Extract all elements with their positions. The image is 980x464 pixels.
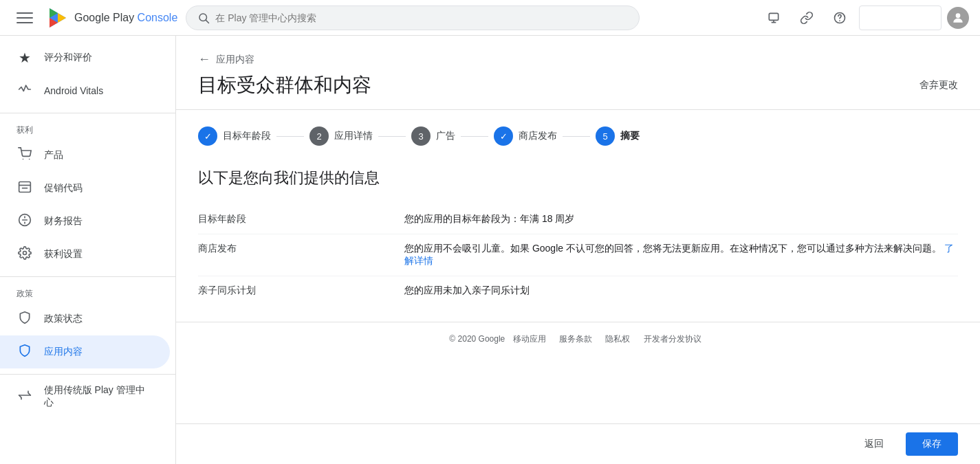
search-icon	[197, 12, 210, 24]
step-summary: 5 摘要	[596, 126, 640, 146]
step-circle-3: 3	[411, 126, 431, 146]
help-icon	[833, 11, 847, 25]
legacy-icon	[17, 388, 33, 406]
row-value-0: 您的应用的目标年龄段为：年满 18 周岁	[404, 205, 958, 234]
main-layout: ★ 评分和评价 Android Vitals 获利 产品 促销代码	[0, 36, 980, 464]
row-label-2: 亲子同乐计划	[198, 276, 404, 306]
svg-point-18	[23, 251, 27, 254]
svg-marker-3	[58, 13, 66, 23]
help-button[interactable]	[826, 4, 853, 32]
footer-link-mobile[interactable]: 移动应用	[513, 334, 546, 344]
step-label-2: 应用详情	[334, 130, 373, 142]
sidebar-item-promo-codes[interactable]: 促销代码	[0, 172, 170, 205]
vitals-icon	[17, 82, 33, 100]
step-circle-5: 5	[596, 126, 615, 146]
sidebar-item-app-content[interactable]: 应用内容	[0, 335, 170, 368]
step-connector-2	[378, 136, 406, 137]
sidebar-item-policy-status[interactable]: 政策状态	[0, 302, 170, 335]
logo-text: Google Play Console	[74, 12, 177, 24]
sidebar-item-earn-settings[interactable]: 获利设置	[0, 238, 170, 271]
header-app-input[interactable]	[865, 12, 935, 23]
row-label-1: 商店发布	[198, 234, 404, 276]
sidebar-divider-3	[0, 374, 175, 375]
row-label-0: 目标年龄段	[198, 205, 404, 234]
sidebar-item-products[interactable]: 产品	[0, 139, 170, 172]
financial-icon	[17, 213, 33, 230]
avatar[interactable]	[947, 7, 969, 29]
sidebar-divider-2	[0, 276, 175, 277]
row-value-2: 您的应用未加入亲子同乐计划	[404, 276, 958, 306]
step-target-age: ✓ 目标年龄段	[198, 126, 271, 146]
step-label-4: 商店发布	[519, 130, 557, 142]
svg-point-13	[29, 158, 30, 159]
step-circle-2: 2	[309, 126, 329, 146]
page-header: ← 应用内容 目标受众群体和内容 舍弃更改	[176, 36, 980, 110]
play-logo-icon	[47, 7, 69, 29]
breadcrumb-label: 应用内容	[216, 54, 254, 66]
link-icon	[800, 11, 814, 25]
notification-button[interactable]	[760, 4, 787, 32]
page-header-wrap: ← 应用内容 目标受众群体和内容 舍弃更改	[176, 36, 980, 110]
page-body: ✓ 目标年龄段 2 应用详情 3 广告	[176, 110, 980, 322]
sidebar-legacy-label: 使用传统版 Play 管理中心	[44, 384, 153, 409]
store-release-text: 您的应用不会吸引儿童。如果 Google 不认可您的回答，您将无法更新应用。在这…	[404, 243, 941, 254]
content-area: ← 应用内容 目标受众群体和内容 舍弃更改 ✓ 目标年龄段	[176, 36, 980, 464]
svg-point-12	[23, 158, 24, 159]
table-row: 商店发布 您的应用不会吸引儿童。如果 Google 不认可您的回答，您将无法更新…	[198, 234, 958, 276]
stepper: ✓ 目标年龄段 2 应用详情 3 广告	[198, 126, 958, 146]
link-button[interactable]	[793, 4, 820, 32]
header-icons	[760, 4, 969, 32]
sidebar-item-legacy[interactable]: 使用传统版 Play 管理中心	[0, 380, 170, 413]
search-input[interactable]	[215, 12, 628, 23]
hamburger-icon	[17, 10, 33, 26]
products-icon	[17, 147, 33, 164]
table-row: 目标年龄段 您的应用的目标年龄段为：年满 18 周岁	[198, 205, 958, 234]
bottom-bar: 返回 保存	[176, 423, 980, 464]
sidebar-section-earn: 获利	[0, 119, 175, 139]
sidebar-financial-label: 财务报告	[44, 215, 83, 228]
row-value-1: 您的应用不会吸引儿童。如果 Google 不认可您的回答，您将无法更新应用。在这…	[404, 234, 958, 276]
svg-line-5	[206, 20, 209, 23]
step-ads: 3 广告	[411, 126, 455, 146]
svg-point-11	[956, 13, 961, 18]
content-scroll: ← 应用内容 目标受众群体和内容 舍弃更改 ✓ 目标年龄段	[176, 36, 980, 423]
sidebar-item-label: 评分和评价	[44, 52, 92, 64]
menu-button[interactable]	[11, 4, 39, 32]
save-button[interactable]: 保存	[906, 432, 958, 456]
page-title: 目标受众群体和内容	[198, 72, 371, 98]
step-label-5: 摘要	[620, 130, 640, 142]
step-connector-1	[276, 136, 304, 137]
footer-link-terms[interactable]: 服务条款	[559, 334, 592, 344]
promo-icon	[17, 180, 33, 197]
earn-settings-icon	[17, 246, 33, 263]
header-search-input-wrap	[859, 5, 941, 30]
policy-icon	[17, 311, 33, 328]
footer-link-developer[interactable]: 开发者分发协议	[644, 334, 701, 344]
step-label-3: 广告	[436, 130, 455, 142]
svg-point-10	[839, 20, 840, 21]
step-connector-4	[563, 136, 590, 137]
step-app-details: 2 应用详情	[309, 126, 373, 146]
step-store-release: ✓ 商店发布	[494, 126, 557, 146]
sidebar: ★ 评分和评价 Android Vitals 获利 产品 促销代码	[0, 36, 176, 464]
footer-copyright: © 2020 Google	[449, 334, 505, 344]
sidebar-app-content-label: 应用内容	[44, 346, 83, 358]
breadcrumb[interactable]: ← 应用内容	[198, 52, 958, 67]
back-button[interactable]: 返回	[853, 432, 895, 456]
footer-link-privacy[interactable]: 隐私权	[605, 334, 630, 344]
sidebar-item-rating[interactable]: ★ 评分和评价	[0, 41, 170, 74]
sidebar-item-android-vitals[interactable]: Android Vitals	[0, 74, 170, 107]
notification-icon	[767, 11, 781, 25]
sidebar-promo-label: 促销代码	[44, 182, 83, 195]
table-row: 亲子同乐计划 您的应用未加入亲子同乐计划	[198, 276, 958, 306]
step-circle-4: ✓	[494, 126, 513, 146]
app-content-icon	[17, 344, 33, 361]
sidebar-item-financial-report[interactable]: 财务报告	[0, 205, 170, 238]
breadcrumb-arrow: ←	[198, 52, 210, 67]
step-label-1: 目标年龄段	[223, 130, 271, 142]
sidebar-policy-label: 政策状态	[44, 313, 83, 325]
sidebar-divider-1	[0, 113, 175, 113]
abandon-change-button[interactable]: 舍弃更改	[919, 79, 958, 91]
app-header: Google Play Console	[0, 0, 980, 36]
logo-link[interactable]: Google Play Console	[47, 7, 177, 29]
